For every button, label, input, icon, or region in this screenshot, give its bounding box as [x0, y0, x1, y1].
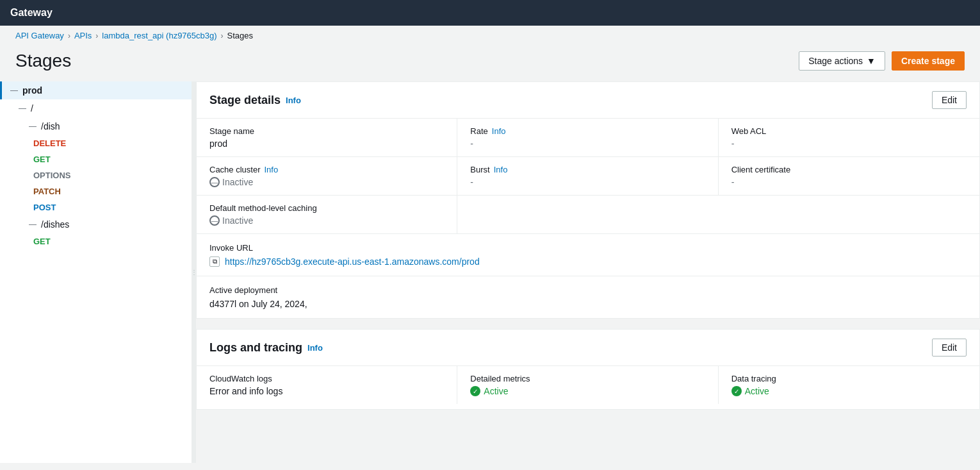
copy-icon[interactable]: ⧉ — [209, 256, 220, 267]
sidebar-method-get-dishes[interactable]: GET — [0, 233, 192, 249]
web-acl-value: - — [731, 138, 967, 149]
sidebar-root-label: / — [31, 103, 33, 113]
stage-details-info-link[interactable]: Info — [286, 96, 301, 105]
breadcrumb-apis[interactable]: APIs — [74, 31, 92, 40]
stage-actions-label: Stage actions — [808, 56, 863, 66]
invoke-url-label: Invoke URL — [209, 243, 967, 253]
inactive-circle-icon: — — [209, 177, 220, 187]
logs-tracing-header: Logs and tracing Info Edit — [197, 330, 979, 365]
stage-name-label: Stage name — [209, 126, 444, 136]
logs-tracing-title: Logs and tracing Info — [209, 341, 323, 355]
sidebar-prod-label: prod — [22, 85, 42, 96]
burst-col: Burst Info - — [457, 157, 718, 195]
header-actions: Stage actions ▼ Create stage — [799, 51, 965, 71]
deployment-value: d4377l on July 24, 2024, — [209, 299, 967, 309]
sidebar-method-options[interactable]: OPTIONS — [0, 167, 192, 183]
logs-tracing-info-link[interactable]: Info — [307, 343, 323, 353]
stage-details-row3: Default method-level caching — Inactive — [197, 196, 979, 234]
detailed-metrics-label: Detailed metrics — [470, 374, 705, 383]
breadcrumb: API Gateway › APIs › lambda_rest_api (hz… — [0, 26, 980, 46]
rate-value: - — [470, 138, 705, 149]
client-cert-label: Client certificate — [731, 165, 967, 174]
burst-value: - — [470, 177, 705, 187]
stage-details-row1: Stage name prod Rate Info - Web ACL - — [197, 119, 979, 157]
rate-label: Rate Info — [470, 126, 705, 136]
stage-name-value: prod — [209, 138, 444, 149]
minus-icon: — — [10, 86, 19, 95]
logs-tracing-card: Logs and tracing Info Edit CloudWatch lo… — [196, 329, 980, 410]
sidebar-item-dish[interactable]: — /dish — [0, 117, 192, 135]
logs-edit-button[interactable]: Edit — [932, 339, 967, 357]
cloudwatch-label: CloudWatch logs — [209, 374, 444, 383]
data-tracing-col: Data tracing ✓ Active — [719, 366, 979, 404]
main-layout: — prod — / — /dish DELETE GET OPTIONS PA… — [0, 81, 980, 463]
burst-label: Burst Info — [470, 165, 705, 174]
data-tracing-label: Data tracing — [731, 374, 967, 383]
deployment-label: Active deployment — [209, 285, 967, 295]
stage-details-title: Stage details Info — [209, 94, 301, 107]
client-cert-value: - — [731, 177, 967, 187]
invoke-url-value: https://hz9765cb3g.execute-api.us-east-1… — [225, 256, 480, 267]
breadcrumb-lambda-api[interactable]: lambda_rest_api (hz9765cb3g) — [102, 31, 216, 40]
default-caching-label: Default method-level caching — [209, 203, 444, 213]
stage-details-title-text: Stage details — [209, 94, 281, 107]
client-cert-col: Client certificate - — [719, 157, 979, 195]
sidebar-method-post[interactable]: POST — [0, 199, 192, 215]
active-check-icon-1: ✓ — [470, 386, 480, 396]
minus-dish-icon: — — [28, 122, 37, 131]
cache-cluster-col: Cache cluster Info — Inactive — [197, 157, 457, 195]
top-navbar: Gateway — [0, 0, 980, 26]
default-caching-col: Default method-level caching — Inactive — [197, 196, 457, 233]
stage-details-row2: Cache cluster Info — Inactive Burst Info… — [197, 157, 979, 196]
inactive-circle-icon-2: — — [209, 215, 220, 226]
cache-cluster-info-link[interactable]: Info — [264, 165, 278, 174]
sidebar-dishes-label: /dishes — [41, 219, 69, 230]
sidebar-item-dishes[interactable]: — /dishes — [0, 215, 192, 233]
detailed-metrics-col: Detailed metrics ✓ Active — [457, 366, 718, 404]
sidebar-method-patch[interactable]: PATCH — [0, 183, 192, 199]
chevron-down-icon: ▼ — [867, 56, 876, 66]
stage-details-edit-button[interactable]: Edit — [932, 91, 967, 109]
active-check-icon-2: ✓ — [731, 386, 742, 396]
minus-dishes-icon: — — [28, 220, 37, 229]
burst-info-link[interactable]: Info — [494, 165, 508, 174]
invoke-url-row: ⧉ https://hz9765cb3g.execute-api.us-east… — [209, 256, 967, 267]
default-caching-empty — [457, 196, 979, 233]
sidebar-method-delete[interactable]: DELETE — [0, 135, 192, 151]
page-header: Stages Stage actions ▼ Create stage — [0, 46, 980, 81]
minus-small-icon: — — [18, 104, 27, 113]
stage-actions-button[interactable]: Stage actions ▼ — [799, 51, 885, 71]
detailed-metrics-value: ✓ Active — [470, 386, 705, 396]
page-title: Stages — [15, 51, 71, 71]
content-area: Stage details Info Edit Stage name prod … — [196, 81, 980, 463]
stage-details-card: Stage details Info Edit Stage name prod … — [196, 81, 980, 319]
cloudwatch-col: CloudWatch logs Error and info logs — [197, 366, 457, 404]
sidebar-item-root[interactable]: — / — [0, 99, 192, 117]
breadcrumb-sep-3: › — [221, 31, 224, 40]
web-acl-label: Web ACL — [731, 126, 967, 136]
stage-name-col: Stage name prod — [197, 119, 457, 156]
cache-cluster-label: Cache cluster Info — [209, 165, 444, 174]
rate-col: Rate Info - — [457, 119, 718, 156]
breadcrumb-sep-1: › — [68, 31, 70, 40]
sidebar-item-prod[interactable]: — prod — [0, 81, 192, 99]
deployment-section: Active deployment d4377l on July 24, 202… — [197, 276, 979, 318]
web-acl-col: Web ACL - — [719, 119, 979, 156]
default-caching-value: — Inactive — [209, 215, 444, 226]
sidebar-method-get-dish[interactable]: GET — [0, 151, 192, 167]
sidebar: — prod — / — /dish DELETE GET OPTIONS PA… — [0, 81, 192, 463]
stage-details-header: Stage details Info Edit — [197, 82, 979, 119]
logs-tracing-title-text: Logs and tracing — [209, 341, 302, 355]
breadcrumb-current: Stages — [227, 31, 253, 40]
breadcrumb-sep-2: › — [95, 31, 98, 40]
cache-cluster-value: — Inactive — [209, 177, 444, 187]
logs-grid: CloudWatch logs Error and info logs Deta… — [197, 365, 979, 409]
data-tracing-value: ✓ Active — [731, 386, 967, 396]
sidebar-dish-label: /dish — [41, 121, 60, 131]
breadcrumb-api-gateway[interactable]: API Gateway — [15, 31, 64, 40]
invoke-url-section: Invoke URL ⧉ https://hz9765cb3g.execute-… — [197, 234, 979, 276]
create-stage-button[interactable]: Create stage — [892, 51, 965, 71]
cloudwatch-value: Error and info logs — [209, 386, 444, 396]
rate-info-link[interactable]: Info — [492, 126, 506, 136]
brand-logo: Gateway — [10, 7, 53, 19]
